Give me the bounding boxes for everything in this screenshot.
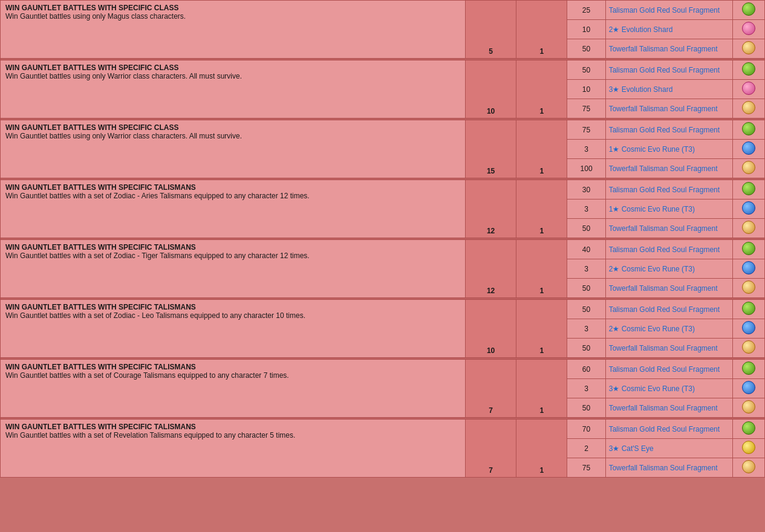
- reward-icon: [733, 180, 765, 199]
- quest-cell: WIN GAUNTLET BATTLES WITH SPECIFIC TALIS…: [1, 420, 466, 478]
- level-cell: 1: [516, 60, 567, 118]
- table-row: WIN GAUNTLET BATTLES WITH SPECIFIC CLASS…: [1, 1, 765, 20]
- reward-icon: [733, 39, 765, 59]
- reward-name: Towerfall Talisman Soul Fragment: [605, 99, 733, 118]
- reward-name: Talisman Gold Red Soul Fragment: [605, 1, 733, 20]
- quest-title: WIN GAUNTLET BATTLES WITH SPECIFIC CLASS: [5, 4, 460, 12]
- reward-qty: 60: [567, 360, 605, 379]
- battles-cell: 5: [465, 1, 516, 59]
- reward-icon: [733, 439, 765, 458]
- reward-qty: 50: [567, 339, 605, 358]
- reward-qty: 30: [567, 180, 605, 199]
- reward-qty: 3: [567, 319, 605, 339]
- table-row: WIN GAUNTLET BATTLES WITH SPECIFIC TALIS…: [1, 180, 765, 199]
- reward-name: 3★ Evolution Shard: [605, 80, 733, 99]
- level-cell: 1: [516, 360, 567, 418]
- reward-qty: 3: [567, 379, 605, 398]
- reward-qty: 3: [567, 199, 605, 219]
- quest-desc: Win Gauntlet battles with a set of Zodia…: [5, 251, 460, 260]
- level-cell: 1: [516, 1, 567, 59]
- reward-qty: 50: [567, 279, 605, 298]
- reward-name: 2★ Cosmic Evo Rune (T3): [605, 319, 733, 339]
- reward-icon: [733, 300, 765, 319]
- reward-qty: 50: [567, 398, 605, 418]
- reward-name: Towerfall Talisman Soul Fragment: [605, 219, 733, 238]
- reward-icon: [733, 199, 765, 219]
- reward-qty: 75: [567, 99, 605, 118]
- reward-name: Towerfall Talisman Soul Fragment: [605, 279, 733, 298]
- table-row: WIN GAUNTLET BATTLES WITH SPECIFIC CLASS…: [1, 60, 765, 80]
- reward-qty: 40: [567, 240, 605, 259]
- reward-qty: 10: [567, 20, 605, 39]
- reward-icon: [733, 319, 765, 339]
- battles-cell: 12: [465, 180, 516, 238]
- reward-name: 3★ Cosmic Evo Rune (T3): [605, 379, 733, 398]
- level-cell: 1: [516, 240, 567, 298]
- reward-icon: [733, 140, 765, 159]
- table-row: WIN GAUNTLET BATTLES WITH SPECIFIC TALIS…: [1, 240, 765, 259]
- quest-title: WIN GAUNTLET BATTLES WITH SPECIFIC TALIS…: [5, 183, 460, 192]
- reward-name: Talisman Gold Red Soul Fragment: [605, 300, 733, 319]
- reward-name: 1★ Cosmic Evo Rune (T3): [605, 140, 733, 159]
- quest-cell: WIN GAUNTLET BATTLES WITH SPECIFIC CLASS…: [1, 1, 466, 59]
- reward-name: 3★ Cat'S Eye: [605, 439, 733, 458]
- quest-title: WIN GAUNTLET BATTLES WITH SPECIFIC TALIS…: [5, 303, 460, 311]
- reward-qty: 10: [567, 80, 605, 99]
- reward-icon: [733, 99, 765, 118]
- reward-name: 1★ Cosmic Evo Rune (T3): [605, 199, 733, 219]
- quest-desc: Win Gauntlet battles using only Magus cl…: [5, 12, 460, 21]
- reward-icon: [733, 398, 765, 418]
- reward-qty: 50: [567, 60, 605, 80]
- level-cell: 1: [516, 420, 567, 478]
- quest-desc: Win Gauntlet battles with a set of Zodia…: [5, 192, 460, 200]
- quest-desc: Win Gauntlet battles with a set of Coura…: [5, 371, 460, 380]
- quest-title: WIN GAUNTLET BATTLES WITH SPECIFIC CLASS: [5, 63, 460, 72]
- reward-name: Talisman Gold Red Soul Fragment: [605, 180, 733, 199]
- table-row: WIN GAUNTLET BATTLES WITH SPECIFIC TALIS…: [1, 420, 765, 439]
- reward-qty: 50: [567, 300, 605, 319]
- reward-qty: 70: [567, 420, 605, 439]
- level-cell: 1: [516, 180, 567, 238]
- reward-icon: [733, 379, 765, 398]
- reward-icon: [733, 80, 765, 99]
- battles-cell: 7: [465, 360, 516, 418]
- quest-title: WIN GAUNTLET BATTLES WITH SPECIFIC CLASS: [5, 123, 460, 132]
- reward-icon: [733, 458, 765, 478]
- reward-icon: [733, 240, 765, 259]
- reward-name: Towerfall Talisman Soul Fragment: [605, 458, 733, 478]
- reward-name: Towerfall Talisman Soul Fragment: [605, 398, 733, 418]
- battles-cell: 10: [465, 300, 516, 358]
- table-row: WIN GAUNTLET BATTLES WITH SPECIFIC TALIS…: [1, 360, 765, 379]
- reward-qty: 50: [567, 219, 605, 238]
- reward-icon: [733, 339, 765, 358]
- reward-name: Talisman Gold Red Soul Fragment: [605, 240, 733, 259]
- quest-desc: Win Gauntlet battles using only Warrior …: [5, 132, 460, 140]
- reward-name: Talisman Gold Red Soul Fragment: [605, 60, 733, 80]
- quest-title: WIN GAUNTLET BATTLES WITH SPECIFIC TALIS…: [5, 363, 460, 371]
- quest-title: WIN GAUNTLET BATTLES WITH SPECIFIC TALIS…: [5, 243, 460, 251]
- reward-qty: 50: [567, 39, 605, 59]
- battles-cell: 7: [465, 420, 516, 478]
- quest-desc: Win Gauntlet battles with a set of Revel…: [5, 431, 460, 440]
- reward-name: 2★ Evolution Shard: [605, 20, 733, 39]
- level-cell: 1: [516, 300, 567, 358]
- quest-desc: Win Gauntlet battles with a set of Zodia…: [5, 311, 460, 320]
- reward-name: Talisman Gold Red Soul Fragment: [605, 360, 733, 379]
- table-row: WIN GAUNTLET BATTLES WITH SPECIFIC TALIS…: [1, 300, 765, 319]
- reward-qty: 3: [567, 140, 605, 159]
- reward-icon: [733, 1, 765, 20]
- level-cell: 1: [516, 120, 567, 178]
- reward-name: 2★ Cosmic Evo Rune (T3): [605, 259, 733, 279]
- reward-icon: [733, 360, 765, 379]
- reward-icon: [733, 420, 765, 439]
- reward-qty: 25: [567, 1, 605, 20]
- quests-table: WIN GAUNTLET BATTLES WITH SPECIFIC CLASS…: [0, 0, 765, 478]
- reward-icon: [733, 20, 765, 39]
- reward-qty: 3: [567, 259, 605, 279]
- reward-name: Towerfall Talisman Soul Fragment: [605, 339, 733, 358]
- battles-cell: 10: [465, 60, 516, 118]
- reward-name: Towerfall Talisman Soul Fragment: [605, 39, 733, 59]
- battles-cell: 15: [465, 120, 516, 178]
- quest-cell: WIN GAUNTLET BATTLES WITH SPECIFIC TALIS…: [1, 360, 466, 418]
- reward-qty: 100: [567, 159, 605, 178]
